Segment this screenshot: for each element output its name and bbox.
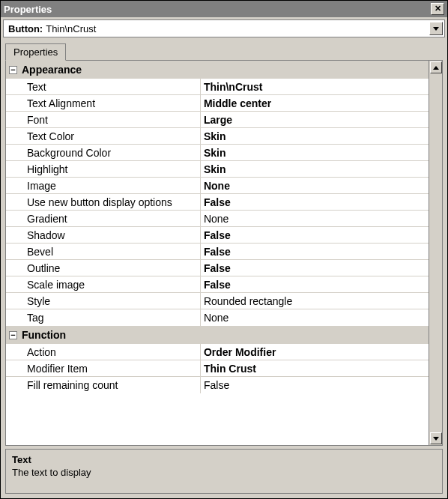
property-value[interactable]: Order Modifier [200,344,429,360]
property-value[interactable]: Skin [200,128,429,145]
property-name: Shadow [6,227,200,244]
description-box: Text The text to display [5,449,443,494]
property-name: Scale image [6,276,200,293]
property-value[interactable]: Thin\nCrust [200,79,429,95]
property-value[interactable]: Rounded rectangle [200,293,429,309]
property-row[interactable]: ShadowFalse [6,227,429,244]
property-name: Outline [6,260,200,276]
property-name: Style [6,293,200,309]
property-name: Action [6,344,200,360]
category-row: −Function [6,326,429,344]
description-title: Text [12,454,436,465]
property-row[interactable]: TextThin\nCrust [6,79,429,95]
property-name: Fill remaining count [6,377,200,393]
property-row[interactable]: OutlineFalse [6,260,429,276]
chevron-down-icon [433,437,439,441]
property-value[interactable]: Large [200,112,429,128]
vertical-scrollbar[interactable] [429,61,442,445]
property-grid: −AppearanceTextThin\nCrustText Alignment… [5,61,443,446]
tab-properties[interactable]: Properties [5,43,66,61]
property-value[interactable]: None [200,178,429,194]
grid-scroll: −AppearanceTextThin\nCrustText Alignment… [6,61,429,445]
property-row[interactable]: ActionOrder Modifier [6,344,429,360]
property-row[interactable]: StyleRounded rectangle [6,293,429,309]
property-value[interactable]: False [200,227,429,244]
property-name: Bevel [6,244,200,260]
selector-label: Button: [8,23,43,34]
property-row[interactable]: Text AlignmentMiddle center [6,95,429,112]
selector-value: Thin\nCrust [46,23,429,34]
property-name: Font [6,112,200,128]
property-row[interactable]: Modifier ItemThin Crust [6,360,429,377]
window-title: Properties [4,4,431,15]
property-value[interactable]: False [200,276,429,293]
property-name: Background Color [6,145,200,161]
property-name: Text Color [6,128,200,145]
property-name: Tag [6,309,200,326]
titlebar: Properties ✕ [1,1,447,17]
object-selector[interactable]: Button: Thin\nCrust [3,19,445,37]
property-row[interactable]: FontLarge [6,112,429,128]
property-value[interactable]: False [200,194,429,211]
selector-dropdown-button[interactable] [429,22,443,35]
property-row[interactable]: GradientNone [6,211,429,227]
property-row[interactable]: Scale imageFalse [6,276,429,293]
property-name: Use new button display options [6,194,200,211]
tabstrip: Properties [5,43,443,61]
category-expander[interactable]: − [9,331,17,339]
property-row[interactable]: Use new button display optionsFalse [6,194,429,211]
property-row[interactable]: ImageNone [6,178,429,194]
properties-panel: Properties ✕ Button: Thin\nCrust Propert… [0,0,448,499]
property-name: Gradient [6,211,200,227]
category-row: −Appearance [6,61,429,79]
close-icon: ✕ [435,4,441,13]
property-value[interactable]: None [200,211,429,227]
property-value[interactable]: Thin Crust [200,360,429,377]
property-row[interactable]: TagNone [6,309,429,326]
description-body: The text to display [12,467,436,478]
property-value[interactable]: False [200,244,429,260]
property-row[interactable]: HighlightSkin [6,161,429,178]
property-row[interactable]: Text ColorSkin [6,128,429,145]
property-value[interactable]: False [200,377,429,393]
close-button[interactable]: ✕ [431,3,444,15]
property-row[interactable]: BevelFalse [6,244,429,260]
scroll-down-button[interactable] [430,432,442,444]
category-label: Function [22,329,66,341]
scroll-up-button[interactable] [430,61,442,73]
property-value[interactable]: Skin [200,161,429,178]
property-name: Text Alignment [6,95,200,112]
category-label: Appearance [22,64,82,76]
property-name: Highlight [6,161,200,178]
chevron-down-icon [433,27,439,31]
chevron-up-icon [433,66,439,70]
property-name: Modifier Item [6,360,200,377]
property-name: Text [6,79,200,95]
property-value[interactable]: Middle center [200,95,429,112]
property-value[interactable]: Skin [200,145,429,161]
property-row[interactable]: Fill remaining countFalse [6,377,429,393]
category-expander[interactable]: − [9,66,17,74]
property-row[interactable]: Background ColorSkin [6,145,429,161]
property-value[interactable]: None [200,309,429,326]
property-value[interactable]: False [200,260,429,276]
property-name: Image [6,178,200,194]
